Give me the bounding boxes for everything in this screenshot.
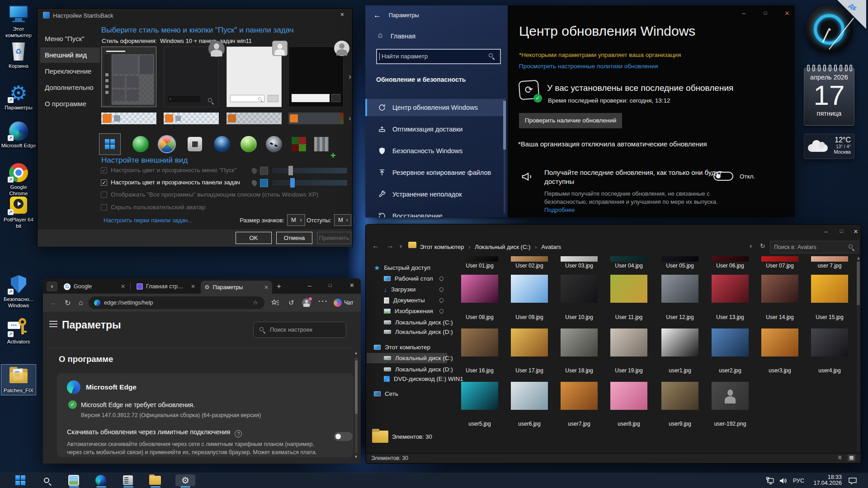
- settings-nav-item-5[interactable]: Устранение неполадок: [365, 186, 505, 203]
- start-button-style-green-orb[interactable]: [241, 136, 257, 152]
- action-center-icon[interactable]: [848, 473, 857, 488]
- language-indicator[interactable]: РУС: [793, 473, 804, 488]
- maximize-icon[interactable]: □: [329, 282, 332, 288]
- sib-nav-appearance[interactable]: Внешний вид: [40, 47, 100, 63]
- file-item[interactable]: User 14.jpg: [756, 275, 804, 321]
- icon-size-select[interactable]: M∨: [287, 214, 305, 226]
- volume-tray-icon[interactable]: [778, 473, 788, 488]
- refresh-icon[interactable]: ↻: [760, 242, 765, 249]
- file-item[interactable]: User 04.jpg: [605, 256, 653, 270]
- file-item[interactable]: User 19.jpg: [605, 328, 653, 375]
- file-item[interactable]: user2.jpg: [706, 328, 754, 375]
- file-item[interactable]: user4.jpg: [806, 328, 854, 375]
- tab-home-page[interactable]: Главная страница ✕: [133, 281, 199, 292]
- file-item[interactable]: user9.jpg: [656, 382, 704, 428]
- scrollbar-thumb[interactable]: [355, 361, 358, 414]
- taskbar-perks-link[interactable]: Настроить перки панели задач...: [104, 217, 193, 224]
- scroll-up-icon[interactable]: ▲: [354, 351, 358, 355]
- add-style-button[interactable]: +: [330, 150, 336, 161]
- new-tab-icon[interactable]: +: [277, 282, 281, 291]
- startmenu-color-swatch[interactable]: [260, 167, 268, 175]
- start-button[interactable]: [14, 474, 27, 486]
- desktop-icon-chrome[interactable]: ↗ Google Chrome: [1, 163, 36, 197]
- explorer-nav-item[interactable]: Локальный диск (C:): [367, 317, 447, 328]
- recent-locations-icon[interactable]: ∨: [399, 244, 402, 249]
- settings-nav-item-6[interactable]: Восстановление: [365, 207, 505, 217]
- file-item[interactable]: user8.jpg: [605, 382, 653, 428]
- home-icon[interactable]: ⌂: [79, 299, 83, 307]
- explorer-nav-item[interactable]: Локальный диск (D:): [367, 327, 447, 337]
- settings-search-input[interactable]: Найти параметр: [376, 49, 501, 64]
- file-item[interactable]: User 17.jpg: [505, 328, 553, 375]
- checkbox-allprograms-dropdown[interactable]: Отображать "Все программы" выпадающим сп…: [101, 191, 318, 198]
- back-arrow-icon[interactable]: ←: [373, 11, 381, 20]
- more-link[interactable]: Подробнее: [544, 206, 575, 213]
- desktop-icon-recycle-bin[interactable]: ♻ Корзина: [1, 42, 36, 69]
- start-button-style-checker[interactable]: [292, 137, 306, 151]
- menu-style-preview-dark[interactable]: ›: [164, 47, 219, 107]
- menu-style-preview-win10[interactable]: [101, 47, 156, 107]
- scrollbar-track[interactable]: ▲: [857, 256, 860, 451]
- file-item[interactable]: user7.jpg: [555, 382, 603, 428]
- checkbox-taskbar-color[interactable]: ✓Настроить цвет и прозрачность панели за…: [101, 179, 240, 186]
- minimize-icon[interactable]: –: [820, 228, 832, 237]
- file-item[interactable]: User 07.jpg: [756, 256, 804, 270]
- file-item[interactable]: User 13.jpg: [706, 275, 754, 321]
- breadcrumb-item[interactable]: Этот компьютер: [420, 244, 464, 250]
- chevron-right-icon[interactable]: ›: [349, 72, 351, 81]
- maximize-icon[interactable]: □: [835, 228, 847, 237]
- back-arrow-icon[interactable]: ←: [372, 242, 379, 250]
- file-item[interactable]: user6.jpg: [505, 382, 553, 428]
- breadcrumb-item[interactable]: Avatars: [541, 244, 561, 250]
- explorer-nav-item[interactable]: Рабочий стол: [367, 273, 447, 284]
- taskbar-search-button[interactable]: [40, 474, 53, 486]
- explorer-nav-item[interactable]: ★Быстрый доступ: [367, 263, 447, 273]
- scroll-down-icon[interactable]: ▼: [354, 455, 358, 459]
- history-icon[interactable]: ↺: [288, 299, 294, 307]
- file-item[interactable]: User 02.jpg: [505, 256, 553, 270]
- file-item[interactable]: User 18.jpg: [555, 328, 603, 375]
- favorites-list-icon[interactable]: [271, 299, 279, 306]
- close-icon[interactable]: ✕: [850, 228, 861, 237]
- view-thumbnails-icon[interactable]: ▦: [848, 455, 855, 461]
- desktop-icon-windows-security[interactable]: ↗ Безопасно... Windows: [1, 275, 36, 309]
- edge-settings-search-input[interactable]: Поиск настроек: [253, 322, 346, 338]
- view-details-icon[interactable]: ≣: [838, 455, 845, 461]
- file-item[interactable]: User 15.jpg: [806, 275, 854, 321]
- tab-close-icon[interactable]: ✕: [121, 283, 125, 290]
- forward-arrow-icon[interactable]: →: [387, 242, 394, 250]
- explorer-nav-item[interactable]: Сеть: [367, 389, 447, 399]
- start-button-style-gray[interactable]: [314, 137, 329, 151]
- taskbar-style-preview-4[interactable]: [288, 113, 344, 124]
- taskbar-edge-app[interactable]: [94, 474, 108, 486]
- file-item[interactable]: User 11.jpg: [605, 275, 653, 321]
- start-button-style-win8[interactable]: [188, 137, 202, 151]
- checkbox-startmenu-color[interactable]: ✓Настроить цвет и прозрачность меню "Пус…: [101, 167, 236, 174]
- explorer-nav-item[interactable]: Локальный диск (C:): [367, 353, 447, 363]
- file-item[interactable]: User 06.jpg: [706, 256, 754, 270]
- taskbar-startisback-app[interactable]: [121, 474, 135, 486]
- start-button-style-win7-orb[interactable]: [159, 136, 175, 152]
- file-item[interactable]: User 08.jpg: [456, 275, 504, 321]
- close-icon[interactable]: ×: [337, 10, 348, 20]
- policies-link[interactable]: Просмотреть настроенные политики обновле…: [519, 63, 658, 70]
- file-item[interactable]: user-192.png: [706, 382, 754, 428]
- taskbar-style-preview-2[interactable]: [164, 113, 219, 124]
- breadcrumb-item[interactable]: Локальный диск (C:): [475, 244, 530, 250]
- sib-nav-advanced[interactable]: Дополнительно: [40, 80, 100, 95]
- desktop-icon-activators[interactable]: •••↗ Activators: [1, 317, 36, 345]
- apply-button[interactable]: Применить: [317, 232, 351, 244]
- tab-settings[interactable]: ⚙ Параметры ✕: [201, 281, 272, 294]
- scrollbar-track[interactable]: [355, 358, 358, 453]
- tab-close-icon[interactable]: ✕: [191, 283, 195, 290]
- start-button-style-win11[interactable]: [99, 133, 121, 155]
- close-icon[interactable]: ✕: [781, 10, 793, 19]
- ok-button[interactable]: OK: [236, 232, 272, 244]
- menu-style-preview-light[interactable]: [226, 47, 282, 107]
- tab-close-icon[interactable]: ✕: [264, 284, 269, 291]
- spacing-select[interactable]: M∨: [334, 214, 351, 226]
- address-bar[interactable]: edge://settings/help ☆: [89, 296, 264, 309]
- slider-thumb[interactable]: [290, 178, 295, 188]
- desktop-icon-settings[interactable]: ⚙↗ Параметры: [1, 83, 36, 111]
- file-item[interactable]: User 09.jpg: [505, 275, 553, 321]
